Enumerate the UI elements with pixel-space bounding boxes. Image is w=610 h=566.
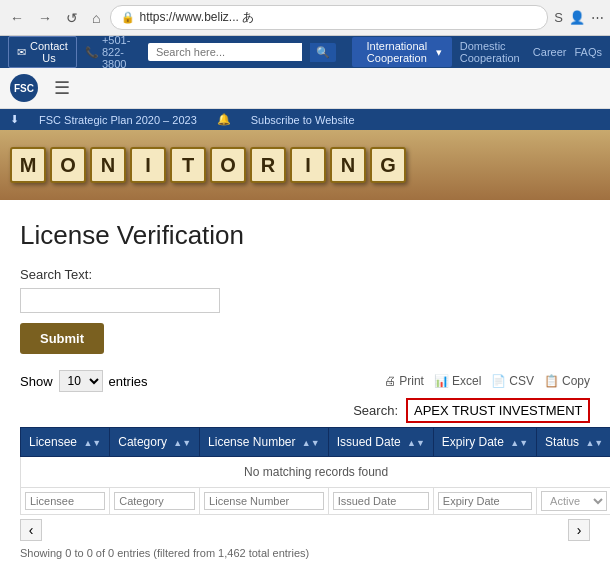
url-bar[interactable]: 🔒 https://www.beliz... あ [110, 5, 548, 30]
col-licensee[interactable]: Licensee ▲▼ [21, 428, 110, 457]
sort-icon-category: ▲▼ [173, 438, 191, 448]
print-button[interactable]: 🖨 Print [384, 374, 424, 388]
hero-tile: T [170, 147, 206, 183]
table-toolbar: Show 10 25 50 entries 🖨 Print 📊 Excel 📄 … [20, 370, 590, 392]
copy-icon: 📋 [544, 374, 559, 388]
logo-area: FSC [10, 74, 38, 102]
info-bar: ⬇ FSC Strategic Plan 2020 – 2023 🔔 Subsc… [0, 109, 610, 130]
hero-tile: N [90, 147, 126, 183]
filter-license-number-input[interactable] [204, 492, 324, 510]
data-table: Licensee ▲▼ Category ▲▼ License Number ▲… [20, 427, 610, 515]
hero-tile: O [210, 147, 246, 183]
top-nav: ✉ Contact Us 📞 +501-822-3800 🔍 Internati… [0, 36, 610, 68]
entries-label: entries [109, 374, 148, 389]
search-text-label: Search Text: [20, 267, 590, 282]
download-icon: ⬇ [10, 113, 19, 126]
browser-icons: S 👤 ⋯ [554, 10, 604, 25]
domestic-coop-link[interactable]: Domestic Cooperation [460, 40, 525, 64]
col-expiry-date[interactable]: Expiry Date ▲▼ [433, 428, 536, 457]
filter-status-select[interactable]: Active [541, 491, 607, 511]
main-content: License Verification Search Text: Submit… [0, 200, 610, 566]
subscribe-icon: 🔔 [217, 113, 231, 126]
excel-button[interactable]: 📊 Excel [434, 374, 481, 388]
scroll-row: ‹ › [20, 519, 590, 541]
sort-icon-expiry-date: ▲▼ [510, 438, 528, 448]
search-bar-label: Search: [353, 403, 398, 418]
filter-issued-date-cell [328, 488, 433, 515]
contact-button[interactable]: ✉ Contact Us [8, 36, 77, 68]
sort-icon-issued-date: ▲▼ [407, 438, 425, 448]
forward-button[interactable]: → [34, 8, 56, 28]
subscribe-link[interactable]: Subscribe to Website [251, 114, 355, 126]
filter-row: Active [21, 488, 611, 515]
filter-expiry-date-input[interactable] [438, 492, 532, 510]
entries-select[interactable]: 10 25 50 [59, 370, 103, 392]
browser-chrome: ← → ↺ ⌂ 🔒 https://www.beliz... あ S 👤 ⋯ [0, 0, 610, 36]
phone-number: 📞 +501-822-3800 [85, 34, 140, 70]
filter-status-cell: Active [537, 488, 610, 515]
hero-tile: N [330, 147, 366, 183]
page-title: License Verification [20, 220, 590, 251]
extensions-icon[interactable]: S [554, 10, 563, 25]
fsc-logo-icon: FSC [10, 74, 38, 102]
excel-icon: 📊 [434, 374, 449, 388]
col-license-number[interactable]: License Number ▲▼ [200, 428, 329, 457]
search-text-input[interactable] [20, 288, 220, 313]
col-issued-date[interactable]: Issued Date ▲▼ [328, 428, 433, 457]
show-label: Show [20, 374, 53, 389]
hero-tile: O [50, 147, 86, 183]
filter-category-input[interactable] [114, 492, 195, 510]
export-buttons: 🖨 Print 📊 Excel 📄 CSV 📋 Copy [384, 374, 590, 388]
filter-licensee-cell [21, 488, 110, 515]
search-button[interactable]: 🔍 [310, 43, 336, 62]
print-icon: 🖨 [384, 374, 396, 388]
envelope-icon: ✉ [17, 46, 26, 59]
second-nav: FSC ☰ [0, 68, 610, 109]
hero-tile: M [10, 147, 46, 183]
csv-icon: 📄 [491, 374, 506, 388]
table-search-input[interactable] [406, 398, 590, 423]
filter-expiry-date-cell [433, 488, 536, 515]
faqs-link[interactable]: FAQs [574, 46, 602, 58]
back-button[interactable]: ← [6, 8, 28, 28]
sort-icon-license-number: ▲▼ [302, 438, 320, 448]
home-button[interactable]: ⌂ [88, 8, 104, 28]
hero-banner: MONITORING [0, 130, 610, 200]
showing-text: Showing 0 to 0 of 0 entries (filtered fr… [20, 547, 590, 559]
phone-icon: 📞 [85, 46, 99, 59]
csv-button[interactable]: 📄 CSV [491, 374, 534, 388]
no-records-row: No matching records found [21, 457, 611, 488]
scroll-left-button[interactable]: ‹ [20, 519, 42, 541]
sort-icon-status: ▲▼ [585, 438, 603, 448]
career-link[interactable]: Career [533, 46, 567, 58]
hero-tile: I [290, 147, 326, 183]
intl-coop-button[interactable]: International Cooperation ▾ [352, 37, 452, 67]
sort-icon-licensee: ▲▼ [83, 438, 101, 448]
url-text: https://www.beliz... あ [139, 9, 254, 26]
hero-tile: I [130, 147, 166, 183]
reload-button[interactable]: ↺ [62, 8, 82, 28]
hamburger-menu[interactable]: ☰ [54, 77, 70, 99]
show-entries-control: Show 10 25 50 entries [20, 370, 148, 392]
search-bar-row: Search: [20, 398, 590, 423]
copy-button[interactable]: 📋 Copy [544, 374, 590, 388]
chevron-down-icon: ▾ [436, 46, 442, 59]
hero-letters: MONITORING [0, 147, 416, 183]
hero-tile: R [250, 147, 286, 183]
more-button[interactable]: ⋯ [591, 10, 604, 25]
strategic-plan-link[interactable]: FSC Strategic Plan 2020 – 2023 [39, 114, 197, 126]
profile-icon[interactable]: 👤 [569, 10, 585, 25]
col-status[interactable]: Status ▲▼ [537, 428, 610, 457]
no-records-message: No matching records found [21, 457, 611, 488]
scroll-right-button[interactable]: › [568, 519, 590, 541]
filter-issued-date-input[interactable] [333, 492, 429, 510]
filter-license-number-cell [200, 488, 329, 515]
col-category[interactable]: Category ▲▼ [110, 428, 200, 457]
filter-licensee-input[interactable] [25, 492, 105, 510]
search-input[interactable] [148, 43, 302, 61]
filter-category-cell [110, 488, 200, 515]
table-header-row: Licensee ▲▼ Category ▲▼ License Number ▲… [21, 428, 611, 457]
submit-button[interactable]: Submit [20, 323, 104, 354]
hero-tile: G [370, 147, 406, 183]
